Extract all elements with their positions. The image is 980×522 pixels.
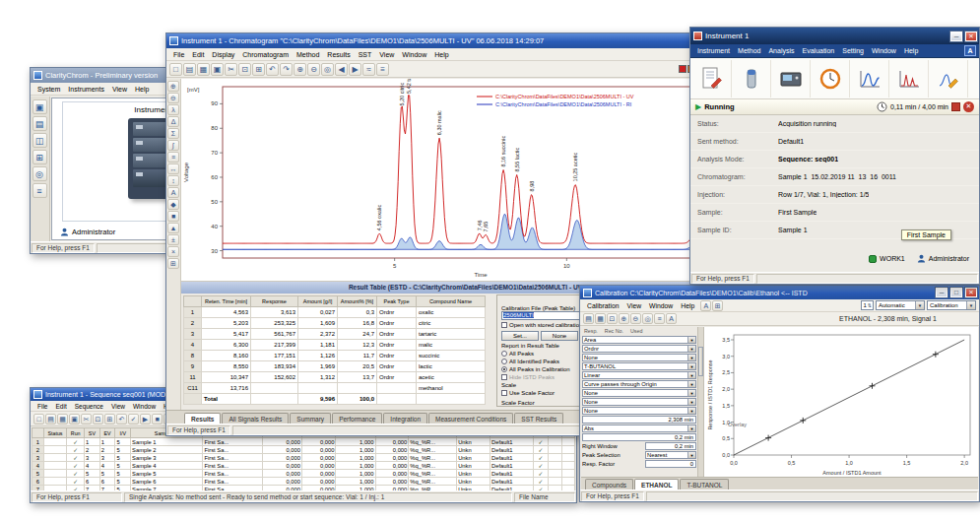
result-cell[interactable]: 11,7 <box>338 351 377 361</box>
marker-icon[interactable]: ◆ <box>167 199 179 210</box>
save-icon[interactable]: ▦ <box>595 313 606 324</box>
none-button[interactable]: None <box>541 331 578 341</box>
evaluation-icon[interactable] <box>929 60 968 98</box>
result-row[interactable]: 98,550183,9341,96920,5Ordnrlactic <box>184 361 486 372</box>
result-cell[interactable]: 24,7 <box>338 329 377 340</box>
seq-cell[interactable]: ✓ <box>533 446 549 454</box>
seq-cell[interactable]: 5 <box>115 446 131 454</box>
seq-cell[interactable]: 1,000 <box>336 478 375 486</box>
zoom-out-icon[interactable]: ⊖ <box>167 93 179 103</box>
zoom-out-icon[interactable]: ⊖ <box>307 63 320 76</box>
tab-performance[interactable]: Performance <box>332 413 382 424</box>
seq-cell[interactable]: ✓ <box>533 478 549 486</box>
gauge-icon[interactable] <box>811 60 850 98</box>
seq-cell[interactable]: 0,000 <box>375 454 409 462</box>
seq-column-header[interactable] <box>33 428 44 438</box>
seq-cell[interactable]: First Sa... <box>203 438 262 446</box>
result-cell[interactable]: 1,609 <box>298 318 338 329</box>
seq-cell[interactable]: 0,000 <box>301 462 336 470</box>
seq-cell[interactable]: %q_%R... <box>409 470 457 478</box>
seq-cell[interactable]: 5 <box>33 470 44 478</box>
result-cell[interactable] <box>251 383 298 394</box>
seq-cell[interactable] <box>43 454 67 462</box>
seq-cell[interactable]: Sample 6 <box>131 478 203 486</box>
menu-instrument[interactable]: Instrument <box>693 47 734 54</box>
copy-icon[interactable]: ⊡ <box>238 63 251 76</box>
result-cell[interactable]: Ordnr <box>377 361 417 372</box>
seq-cell[interactable]: Default1 <box>490 454 533 462</box>
vertical-scale-icon[interactable]: ↕ <box>167 175 179 186</box>
result-cell[interactable]: 12,3 <box>338 340 377 351</box>
menu-sst[interactable]: SST <box>355 51 376 58</box>
result-row[interactable]: 14,5633,6130,0270,3Ordnroxalic <box>184 307 486 318</box>
seq-cell[interactable]: 0,000 <box>262 446 301 454</box>
result-cell[interactable]: succinic <box>417 351 486 361</box>
seq-cell[interactable]: Unkn <box>457 470 490 478</box>
seq-cell[interactable]: Unkn <box>457 454 490 462</box>
result-cell[interactable]: 0,027 <box>298 307 338 318</box>
result-cell[interactable]: 2,372 <box>298 329 338 340</box>
chromatogram-graph[interactable]: 3040506070809051015[mV]Time[min]Voltage4… <box>181 79 751 282</box>
menu-window[interactable]: Window <box>645 302 677 309</box>
menu-display[interactable]: Display <box>208 51 238 58</box>
result-cell[interactable]: 8,550 <box>202 361 251 372</box>
seq-cell[interactable]: 0,000 <box>301 446 336 454</box>
seq-cell[interactable]: 0,000 <box>375 438 409 446</box>
seq-cell[interactable]: Sample 1 <box>131 438 203 446</box>
seq-cell[interactable]: 5 <box>115 478 131 486</box>
seq-cell[interactable]: ✓ <box>533 438 549 446</box>
seq-cell[interactable]: 0,000 <box>301 438 336 446</box>
zoom-in-icon[interactable]: ⊕ <box>619 313 629 324</box>
sequence-row[interactable]: 3✓335Sample 3First Sa...0,0000,0001,0000… <box>33 454 575 462</box>
seq-cell[interactable]: 0,000 <box>375 462 409 470</box>
annotation-icon[interactable]: A <box>167 187 179 198</box>
zoom-all-icon[interactable]: ◎ <box>642 313 653 324</box>
result-column-header[interactable]: Amount [g/l] <box>298 296 338 307</box>
menu-view[interactable]: View <box>375 51 398 58</box>
menu-instruments[interactable]: Instruments <box>64 86 108 93</box>
result-cell[interactable]: 217,399 <box>251 340 298 351</box>
seq-cell[interactable]: 5 <box>115 454 131 462</box>
calibration-titlebar[interactable]: Calibration C:\ClarityChrom\DataFiles\DE… <box>580 286 979 299</box>
result-cell[interactable]: 4,563 <box>202 307 251 318</box>
seq-cell[interactable] <box>43 438 67 446</box>
seq-cell[interactable]: ✓ <box>533 454 549 462</box>
annotation-icon[interactable]: A <box>700 300 711 311</box>
seq-cell[interactable] <box>549 446 561 454</box>
scrollbar-thumb[interactable] <box>698 347 703 376</box>
paste-icon[interactable]: ⊞ <box>252 63 265 76</box>
seq-cell[interactable] <box>549 438 561 446</box>
menu-sequence[interactable]: Sequence <box>71 403 107 410</box>
data-acquisition-icon[interactable] <box>850 60 889 98</box>
seq-cell[interactable]: 0,000 <box>375 470 409 478</box>
annotation-icon[interactable]: A <box>666 313 677 324</box>
seq-cell[interactable]: Default1 <box>490 478 533 486</box>
seq-cell[interactable]: 0,000 <box>262 470 301 478</box>
open-icon[interactable]: ▤ <box>183 63 196 76</box>
menu-method[interactable]: Method <box>293 51 323 58</box>
result-cell[interactable]: C11 <box>184 383 202 394</box>
result-cell[interactable]: 1 <box>184 307 202 318</box>
compound-option-dropdown[interactable]: None▼ <box>582 389 696 397</box>
seq-cell[interactable]: Sample 2 <box>131 446 203 454</box>
seq-cell[interactable]: 5 <box>115 438 131 446</box>
redo-icon[interactable]: ↷ <box>280 63 293 76</box>
zoom-in-icon[interactable]: ⊕ <box>167 81 179 92</box>
compound-option-dropdown[interactable]: T-BUTANOL▼ <box>582 362 696 370</box>
seq-cell[interactable]: ✓ <box>67 438 85 446</box>
properties-icon[interactable]: ≡ <box>376 63 389 76</box>
seq-cell[interactable]: 2 <box>85 446 100 454</box>
tab-integration[interactable]: Integration <box>383 413 427 424</box>
seq-cell[interactable]: ✓ <box>67 470 85 478</box>
plus-minus-icon[interactable]: ± <box>167 234 179 245</box>
baseline-icon[interactable]: ≡ <box>167 152 179 163</box>
result-column-header[interactable]: Compound Name <box>417 296 486 307</box>
seq-cell[interactable]: 4 <box>99 462 115 470</box>
seq-cell[interactable]: Sample 3 <box>131 454 203 462</box>
result-cell[interactable] <box>377 383 417 394</box>
new-icon[interactable]: □ <box>169 63 182 76</box>
seq-cell[interactable] <box>43 446 67 454</box>
result-row[interactable]: 88,160177,1511,12611,7Ordnrsuccinic <box>184 351 486 361</box>
seq-column-header[interactable]: Status <box>43 428 67 438</box>
seq-cell[interactable] <box>43 462 67 470</box>
